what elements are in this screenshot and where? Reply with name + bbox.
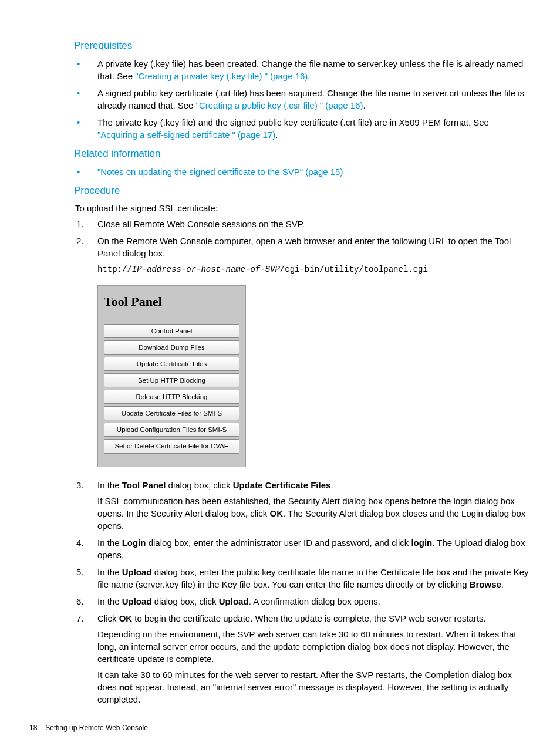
heading-procedure: Procedure	[74, 184, 531, 198]
tool-panel-title: Tool Panel	[104, 293, 239, 311]
upload-config-smis-button[interactable]: Upload Configuration Files for SMI-S	[104, 423, 239, 437]
heading-related-info: Related information	[74, 147, 531, 161]
text: Close all Remote Web Console sessions on…	[97, 219, 305, 229]
step-7-para-2: It can take 30 to 60 minutes for the web…	[97, 669, 531, 706]
text: In the	[97, 480, 122, 490]
text: In the	[97, 596, 122, 606]
step-3: In the Tool Panel dialog box, click Upda…	[75, 479, 531, 532]
text: .	[501, 579, 504, 589]
bold: Login	[122, 538, 146, 548]
text: dialog box, click	[152, 596, 219, 606]
text: dialog box, enter the public key certifi…	[97, 567, 529, 589]
prereq-item: A signed public key certificate (.crt fi…	[75, 87, 531, 112]
bold: Update Certificate Files	[233, 480, 331, 490]
text: On the Remote Web Console computer, open…	[97, 236, 511, 258]
page-footer: 18Setting up Remote Web Console	[29, 723, 531, 733]
step-7-para-1: Depending on the environment, the SVP we…	[97, 628, 531, 665]
text: The private key (.key file) and the sign…	[97, 117, 489, 127]
heading-prerequisites: Prerequisites	[74, 39, 531, 53]
bold: Upload	[122, 567, 152, 577]
step-2: On the Remote Web Console computer, open…	[75, 235, 531, 467]
text: Click	[97, 613, 119, 623]
step-5: In the Upload dialog box, enter the publ…	[75, 566, 531, 590]
text: .	[275, 130, 278, 140]
prereq-list: A private key (.key file) has been creat…	[75, 58, 531, 141]
procedure-intro: To upload the signed SSL certificate:	[75, 202, 531, 214]
step-6: In the Upload dialog box, click Upload. …	[75, 595, 531, 607]
text: In the	[97, 567, 122, 577]
set-up-http-blocking-button[interactable]: Set Up HTTP Blocking	[104, 373, 239, 387]
link-notes-updating[interactable]: "Notes on updating the signed certificat…	[97, 167, 343, 177]
prereq-item: A private key (.key file) has been creat…	[75, 58, 531, 82]
procedure-steps: Close all Remote Web Console sessions on…	[75, 218, 531, 705]
bold: Tool Panel	[122, 480, 166, 490]
update-certificate-files-button[interactable]: Update Certificate Files	[104, 357, 239, 371]
control-panel-button[interactable]: Control Panel	[104, 324, 239, 338]
step-3-para: If SSL communication has been establishe…	[97, 495, 531, 532]
step-1: Close all Remote Web Console sessions on…	[75, 218, 531, 230]
step-4: In the Login dialog box, enter the admin…	[75, 536, 531, 561]
tool-panel-dialog: Tool Panel Control Panel Download Dump F…	[97, 285, 246, 467]
prereq-item: The private key (.key file) and the sign…	[75, 116, 531, 141]
link-creating-private-key[interactable]: "Creating a private key (.key file) " (p…	[135, 71, 308, 81]
link-creating-public-key[interactable]: "Creating a public key (.csr file) " (pa…	[196, 100, 363, 110]
bold: Upload	[219, 596, 249, 606]
set-delete-cert-cvae-button[interactable]: Set or Delete Certificate File for CVAE	[104, 439, 239, 453]
text: .	[330, 480, 333, 490]
link-acquiring-self-signed[interactable]: "Acquiring a self-signed certificate " (…	[97, 130, 275, 140]
url-code: http://IP-address-or-host-name-of-SVP/cg…	[97, 264, 531, 276]
text: dialog box, click	[166, 480, 232, 490]
related-list: "Notes on updating the signed certificat…	[75, 166, 531, 178]
page-number: 18	[29, 724, 37, 732]
bold: Browse	[470, 579, 501, 589]
release-http-blocking-button[interactable]: Release HTTP Blocking	[104, 390, 239, 404]
footer-section: Setting up Remote Web Console	[45, 724, 148, 732]
text: .	[308, 71, 310, 81]
text: . A confirmation dialog box opens.	[249, 596, 380, 606]
bold: OK	[119, 613, 133, 623]
text: In the	[97, 538, 122, 548]
download-dump-files-button[interactable]: Download Dump Files	[104, 340, 239, 355]
text: dialog box, enter the administrator user…	[146, 538, 411, 548]
bold: login	[411, 538, 432, 548]
text: .	[363, 100, 366, 110]
update-cert-smis-button[interactable]: Update Certificate Files for SMI-S	[104, 406, 239, 420]
step-7: Click OK to begin the certificate update…	[75, 612, 531, 706]
bold: Upload	[122, 596, 152, 606]
related-item: "Notes on updating the signed certificat…	[75, 166, 531, 178]
text: to begin the certificate update. When th…	[132, 613, 486, 623]
